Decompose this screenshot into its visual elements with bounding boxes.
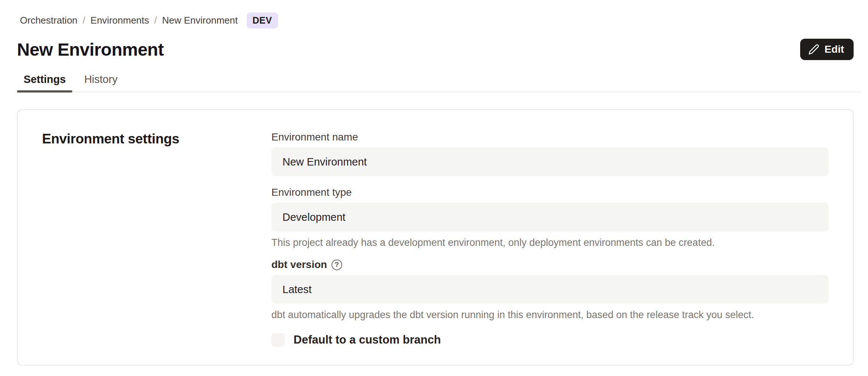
field-dbt-version: dbt version ? dbt automatically upgrades… [271,259,829,321]
page-header: New Environment Edit [0,28,868,60]
edit-button-label: Edit [824,43,844,55]
edit-button[interactable]: Edit [800,39,854,60]
environment-type-helper-text: This project already has a development e… [271,237,829,248]
environment-settings-form: Environment name Environment type This p… [271,131,829,347]
dbt-version-input[interactable] [271,275,829,304]
help-icon[interactable]: ? [331,260,342,270]
breadcrumb-separator: / [154,15,157,26]
custom-branch-row: Default to a custom branch [271,333,829,347]
breadcrumb: Orchestration / Environments / New Envir… [0,0,868,28]
pencil-icon [808,44,819,55]
environment-name-input[interactable] [271,147,829,176]
field-environment-type: Environment type This project already ha… [271,187,829,248]
environment-type-label: Environment type [271,187,352,198]
environment-type-input[interactable] [271,203,829,231]
custom-branch-checkbox[interactable] [271,333,285,347]
breadcrumb-item-orchestration[interactable]: Orchestration [20,15,77,26]
field-environment-name: Environment name [271,131,829,176]
custom-branch-checkbox-label: Default to a custom branch [294,333,441,347]
dbt-version-label: dbt version [271,259,327,271]
breadcrumb-item-new-environment[interactable]: New Environment [162,15,238,26]
breadcrumb-item-environments[interactable]: Environments [90,15,149,26]
breadcrumb-separator: / [83,15,85,26]
tab-history[interactable]: History [77,70,124,91]
environment-name-label: Environment name [271,131,358,143]
tab-bar: Settings History [17,70,861,92]
card-heading: Environment settings [42,131,271,147]
page-title: New Environment [17,39,164,60]
tab-settings[interactable]: Settings [17,70,72,91]
dbt-version-helper-text: dbt automatically upgrades the dbt versi… [271,309,829,321]
environment-settings-card: Environment settings Environment name En… [17,109,854,366]
page: Orchestration / Environments / New Envir… [0,0,868,376]
dev-status-badge: DEV [247,13,278,28]
